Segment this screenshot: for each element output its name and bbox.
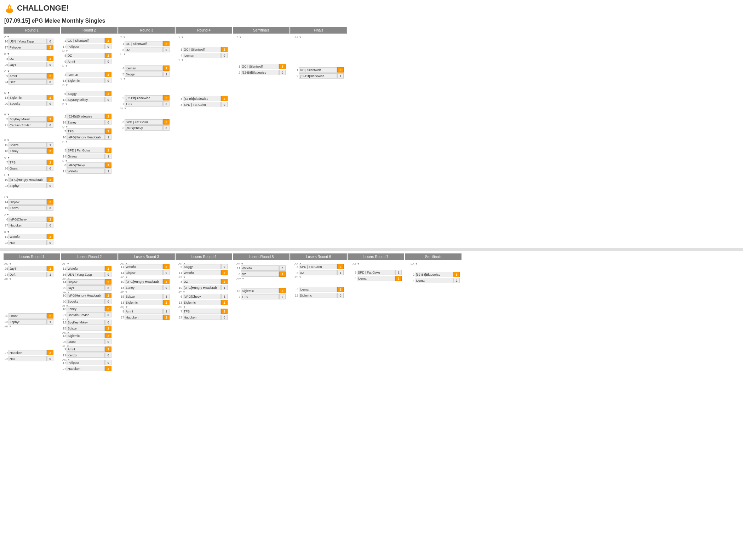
logo-icon <box>4 3 15 13</box>
match-T: 1GC | Silentwolf2 8DZ0 <box>120 41 177 53</box>
match-AT: 6[ePG]Chevy1 13Siglemic2 <box>178 293 235 305</box>
match-k1: 11Watofu2 22Nak0 <box>4 234 61 246</box>
match-V: 2[62-Bit]Bladewise2 7TFS0 <box>120 95 177 107</box>
match-AV: 11Watofu0 8DZ2 <box>236 265 293 277</box>
group-h-label: H ▼ <box>4 173 61 177</box>
group-f-label: F ▼ <box>4 139 61 142</box>
round-3-col: T ▼ 1GC | Silentwolf2 8DZ0 U ▼ 4Iceman2 … <box>120 34 177 131</box>
round-header-4: Round 4 <box>176 27 232 34</box>
match-L: 1GC | Silentwolf2 17Pelipper0 <box>62 38 119 50</box>
match-Z: 1GC | Silentwolf3 2[62-Bit]Bladewise0 <box>236 63 293 75</box>
match-AY: 4Iceman2 13Siglemic0 <box>294 286 351 298</box>
match-W: 3SPD | Fat Goku2 6[ePG]Chevy0 <box>120 119 177 131</box>
header: CHALLONGE! <box>0 0 743 16</box>
finals-col: AA ▼ 1GC | Silentwolf3 2[62-Bit]Bladewis… <box>294 34 351 79</box>
match-f1: 15Sdaze1 18Zaney2 <box>4 142 61 154</box>
lr3-header: Losers Round 3 <box>118 253 175 260</box>
losers-bracket-section: Losers Round 1 Losers Round 2 Losers Rou… <box>0 253 743 372</box>
match-AQ: 9Amrit1 27Hadoken2 <box>120 308 177 320</box>
match-AP: 15Sdaze1 13Siglemic2 <box>120 293 177 305</box>
lr7-header: Losers Round 7 <box>348 253 404 260</box>
match-AD: 26Grant2 23Zephyr1 <box>4 313 61 325</box>
lr6-col: AX ▼ 3SPD | Fat Goku2 8DZ1 AY ▼ 4Iceman2… <box>294 261 351 298</box>
match-Y: 3[62-Bit]Bladewise2 3SPD | Fat Goku0 <box>178 96 235 108</box>
round-header-2: Round 2 <box>61 27 118 34</box>
match-BA: 2[62-Bit]Bladewise3 4Iceman2 <box>410 271 467 283</box>
section-separator <box>0 248 743 251</box>
round-2-col: 1GC | Silentwolf2 17Pelipper0 M ▼ 8DZ2 9… <box>62 34 119 174</box>
lr1-header: Losers Round 1 <box>4 253 60 260</box>
match-O: 5Saggy2 12SpyKey Mikey0 <box>62 91 119 103</box>
round-1-col: A ▼ 16U$N | Yung Zepp0 17Pelipper2 B ▼ 8… <box>4 34 61 246</box>
event-title: [07.09.15] ePG Melee Monthly Singles <box>0 16 743 27</box>
match-AE: 27Hadoken2 22Nak0 <box>4 350 61 362</box>
match-M: 8DZ2 9Amrit0 <box>62 52 119 64</box>
group-a-label: A ▼ <box>4 35 61 38</box>
lr1-col: AC ▼ 25JayT2 24Deft1 AD ▼ 26Grant2 23Zep… <box>4 261 61 362</box>
match-AW: 13Siglemic2 7TFS0 <box>236 288 293 300</box>
group-k-label: K ▼ <box>4 230 61 234</box>
match-d1: 13Siglemic2 20Spooky0 <box>4 94 61 107</box>
round-header-1: Round 1 <box>4 27 60 34</box>
match-h1: 10[ePG]Hungry Headcrab2 23Zephyr0 <box>4 177 61 189</box>
group-g-label: G ▼ <box>4 156 61 159</box>
group-i-label: I ▼ <box>4 196 61 199</box>
lr4-header: Losers Round 4 <box>176 253 232 260</box>
page: CHALLONGE! [07.09.15] ePG Melee Monthly … <box>0 0 743 372</box>
lr5-col: AV ▼ 11Watofu0 8DZ2 AW ▼ 13Siglemic2 7TF… <box>236 261 293 300</box>
lr2-header: Losers Round 2 <box>61 253 118 260</box>
match-AM: 17Pelipper0 27Hadoken2 <box>62 360 119 372</box>
match-X: 1GC | Silentwolf2 4Iceman0 <box>178 46 235 58</box>
lr7-col: AZ ▼ 3SPD | Fat Goku1 4Iceman2 <box>352 261 409 281</box>
round-header-3: Round 3 <box>118 27 175 34</box>
lsf-header: Semifinals <box>405 253 462 260</box>
match-AC: 25JayT2 24Deft1 <box>4 265 61 277</box>
match-AH: 10[ePG]Hungry Headcrab2 20Spooky0 <box>62 292 119 304</box>
losers-round-headers: Losers Round 1 Losers Round 2 Losers Rou… <box>4 253 736 260</box>
match-c1: 9Amrit2 24Deft0 <box>4 73 61 85</box>
lr3-col: AN ▼ 11Watofu2 14Ginjew0 AO ▼ 10[ePG]Hun… <box>120 261 177 320</box>
match-U: 4Iceman2 5Saggy1 <box>120 65 177 77</box>
lr6-header: Losers Round 6 <box>290 253 347 260</box>
group-j-label: J ▼ <box>4 213 61 216</box>
match-AR: 6Saggy0 11Watofu2 <box>178 264 235 276</box>
round-header-sf: Semifinals <box>233 27 290 34</box>
match-AA: 1GC | Silentwolf3 2[62-Bit]Bladewise1 <box>294 67 351 79</box>
group-e-label: E ▼ <box>4 113 61 116</box>
lr4-col: AR ▼ 6Saggy0 11Watofu2 AS ▼ 8DZ2 10[ePG]… <box>178 261 235 320</box>
match-AS: 8DZ2 10[ePG]Hungry Headcrab1 <box>178 279 235 291</box>
match-AK: 13Siglemic2 26Grant0 <box>62 333 119 345</box>
match-j1: 6[ePG]Chevy2 27Hadoken0 <box>4 216 61 228</box>
semifinals-col: Z ▼ 1GC | Silentwolf3 2[62-Bit]Bladewise… <box>236 34 293 75</box>
match-AX: 3SPD | Fat Goku2 8DZ1 <box>294 264 351 276</box>
lsf-col: BA ▼ 2[62-Bit]Bladewise3 4Iceman2 <box>410 261 467 283</box>
match-AI: 18Zaney2 21Captain Sm4sh0 <box>62 306 119 318</box>
match-N: 4Iceman2 13Siglemic0 <box>62 71 119 84</box>
match-e1: 5SpyKey Mikey2 21Captain Sm4sh0 <box>4 116 61 128</box>
match-S: 6[ePG]Chevy2 11Watofu1 <box>62 162 119 174</box>
match-a1: 16U$N | Yung Zepp0 17Pelipper2 <box>4 38 61 50</box>
group-c-label: C ▼ <box>4 70 61 73</box>
group-d-label: D ▼ <box>4 91 61 94</box>
round-headers: Round 1 Round 2 Round 3 Round 4 Semifina… <box>4 27 488 34</box>
match-AZ: 3SPD | Fat Goku1 4Iceman2 <box>352 269 409 281</box>
match-AG: 14Ginjew2 25JayT0 <box>62 279 119 291</box>
match-AJ: 12SpyKey Mikey0 15Sdaze2 <box>62 319 119 331</box>
group-b-label: B ▼ <box>4 52 61 56</box>
match-AN: 11Watofu2 14Ginjew0 <box>120 264 177 276</box>
lr5-header: Losers Round 5 <box>233 253 290 260</box>
match-P: 2[62-Bit]Bladewise2 18Zaney0 <box>62 113 119 125</box>
app-name: CHALLONGE! <box>17 4 69 13</box>
match-g1: 7TFS2 26Grant0 <box>4 159 61 171</box>
lr2-col: AF ▼ 11Watofu2 16U$N | Yung Zepp0 AG ▼ 1… <box>62 261 119 372</box>
match-AF: 11Watofu2 16U$N | Yung Zepp0 <box>62 265 119 277</box>
match-AO: 10[ePG]Hungry Headcrab2 18Zaney0 <box>120 279 177 291</box>
match-b1: 8DZ2 25JayT0 <box>4 56 61 68</box>
match-Q: 7TFS2 10[ePG]Hungry Headcrab1 <box>62 128 119 140</box>
match-R: 3SPD | Fat Goku2 14Ginjew1 <box>62 147 119 159</box>
match-AU: 7TFS2 27Hadoken0 <box>178 308 235 320</box>
round-header-f: Finals <box>290 27 347 34</box>
round-4-col: X ▼ 1GC | Silentwolf2 4Iceman0 Y ▼ 3[62-… <box>178 34 235 108</box>
logo: CHALLONGE! <box>4 3 69 13</box>
match-AL: 9Amrit2 19Kenzo0 <box>62 346 119 358</box>
